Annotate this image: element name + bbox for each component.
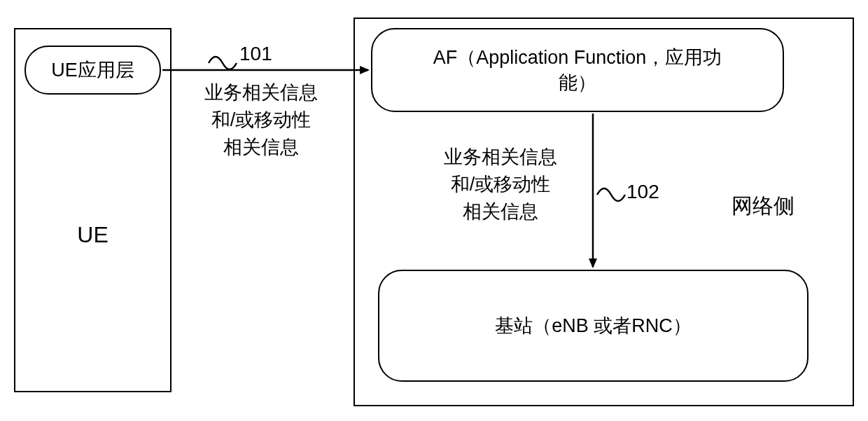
af-label-line1: AF（Application Function，应用功 bbox=[433, 45, 722, 70]
ue-app-layer-label: UE应用层 bbox=[51, 57, 134, 83]
edge-102-text: 业务相关信息 和/或移动性 相关信息 bbox=[413, 144, 588, 226]
base-station-box: 基站（eNB 或者RNC） bbox=[378, 270, 808, 382]
network-side-label: 网络侧 bbox=[714, 193, 812, 219]
edge-101-number: 101 bbox=[239, 41, 295, 66]
af-label-line2: 能） bbox=[433, 70, 722, 95]
base-station-label: 基站（eNB 或者RNC） bbox=[495, 313, 692, 338]
edge-101-text: 业务相关信息 和/或移动性 相关信息 bbox=[174, 79, 349, 161]
edge-101-tilde bbox=[209, 57, 237, 69]
af-box: AF（Application Function，应用功 能） bbox=[371, 28, 784, 112]
diagram-canvas: UE应用层 UE AF（Application Function，应用功 能） … bbox=[0, 0, 868, 421]
ue-big-label: UE bbox=[14, 221, 172, 249]
ue-app-layer-box: UE应用层 bbox=[24, 46, 161, 95]
edge-102-number: 102 bbox=[626, 179, 682, 204]
